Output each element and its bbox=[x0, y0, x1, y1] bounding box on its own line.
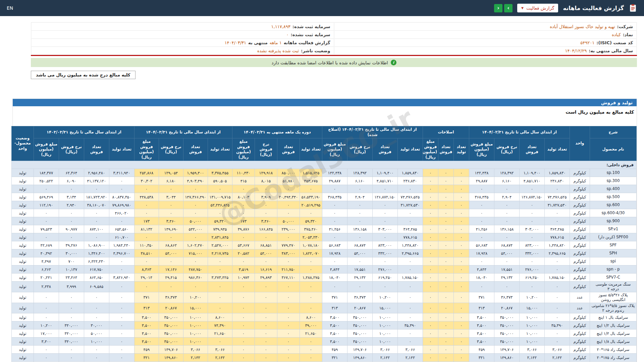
value-cell: ۰ bbox=[84, 346, 109, 354]
value-cell: ۱,۶۰۲,۴۷۰ bbox=[183, 241, 208, 249]
value-cell: ۰ bbox=[277, 185, 300, 193]
value-cell: ۳,۵۰۰ bbox=[469, 313, 494, 321]
value-cell: ۰ bbox=[232, 233, 255, 241]
value-cell: ۳,۴۶۰ bbox=[255, 217, 277, 225]
value-cell: ۰ bbox=[423, 225, 438, 233]
value-cell: ۰ bbox=[255, 329, 277, 338]
value-cell: ۲,۱۴۲ bbox=[397, 354, 423, 362]
value-cell: ۰ bbox=[453, 249, 469, 257]
value-cell: ۰ bbox=[255, 209, 277, 217]
value-cell: ۰ bbox=[453, 282, 469, 292]
sub-header: نرخ فروش (ریال) bbox=[255, 138, 277, 161]
value-cell: ۰ bbox=[438, 282, 453, 292]
value-cell: ۱,۵۱۵,۶۲۵ bbox=[300, 169, 322, 177]
sub-header: تعداد تولید bbox=[453, 138, 469, 161]
value-cell: ۰ bbox=[277, 313, 300, 321]
value-cell: ۰ bbox=[423, 209, 438, 217]
value-cell: ۰ bbox=[453, 274, 469, 282]
value-cell: ۰ bbox=[109, 354, 134, 362]
value-cell: ۰ bbox=[423, 217, 438, 225]
value-cell: ۰ bbox=[84, 292, 109, 303]
value-cell: ۱,۹۸۴,۲۴۰ bbox=[109, 241, 134, 249]
value-cell: ۳۰,۰۰۰ bbox=[59, 249, 84, 257]
value-cell: ۰ bbox=[372, 217, 397, 225]
value-cell: ۰ bbox=[109, 321, 134, 329]
value-cell: ۶,۱۶۰ bbox=[494, 177, 520, 185]
next-report-button[interactable]: › bbox=[504, 4, 513, 12]
issuer-status-field: وضعیت ناشر: ثبت شده پذیرفته نشده bbox=[31, 47, 334, 55]
product-row: sp.400کیلوگرم۰۰۰۰۰۰۰۰۰۰۰۰۰۰۰۰۰۰۰۰۰۰۰تولی… bbox=[11, 185, 636, 193]
value-cell: ۰ bbox=[372, 282, 397, 292]
value-cell: ۰ bbox=[84, 185, 109, 193]
status-cell: تولید bbox=[11, 303, 34, 313]
value-cell: ۰ bbox=[438, 209, 453, 217]
value-cell: ۰ bbox=[300, 185, 322, 193]
status-cell: تولید bbox=[11, 177, 34, 185]
value-cell: ۱۷,۵۵۱ bbox=[347, 265, 372, 274]
value-cell: ۷۰۰ bbox=[59, 257, 84, 265]
value-cell: ۱۲۸,۳۹۲ bbox=[494, 169, 520, 177]
value-cell: ۰ bbox=[277, 282, 300, 292]
value-cell: ۳,۵۰۰ bbox=[469, 338, 494, 346]
value-cell: ۰ bbox=[423, 346, 438, 354]
value-cell: ۰ bbox=[84, 354, 109, 362]
value-cell: ۱۷,۱۴۶ bbox=[159, 265, 183, 274]
value-cell: ۰ bbox=[397, 185, 423, 193]
value-cell: ۰ bbox=[423, 249, 438, 257]
value-cell: ۴۴۸,۵۳۸ bbox=[134, 193, 159, 201]
value-cell: ۳,۴۱۱,۹۴۰ bbox=[109, 169, 134, 177]
unit-cell: کیلوگرم bbox=[570, 185, 590, 193]
value-cell: ۰ bbox=[134, 282, 159, 292]
value-cell: ۰ bbox=[520, 217, 545, 225]
value-cell: ۱۱۰,۳۵۰ bbox=[134, 241, 159, 249]
value-cell: ۳۸,۵۱۰ bbox=[134, 249, 159, 257]
value-cell: ۰ bbox=[84, 313, 109, 321]
value-cell: ۰ bbox=[438, 303, 453, 313]
status-cell: تولید bbox=[11, 169, 34, 177]
value-cell: ۳,۳۷۵,۴۵۵ bbox=[208, 169, 232, 177]
value-cell: ۰ bbox=[277, 338, 300, 346]
value-cell: ۰ bbox=[545, 282, 570, 292]
value-cell: ۰ bbox=[453, 329, 469, 338]
amounts-note: کلیه مبالغ به میلیون ریال است bbox=[13, 106, 637, 126]
value-cell: ۰ bbox=[255, 185, 277, 193]
product-row: SPFکیلوگرم۱,۴۴۸,۸۲۰۸۲۳,۰۰۰۶۸,۸۷۴۵۶,۶۸۳۰۰… bbox=[11, 241, 636, 249]
value-cell: ۱۰,۰۰۰ bbox=[372, 338, 397, 346]
previous-report-button[interactable]: ‹ bbox=[494, 4, 502, 12]
value-cell: ۲,۱۴۲ bbox=[183, 354, 208, 362]
value-cell: ۲۱,۶۵۰ bbox=[300, 329, 322, 338]
sub-header: تعداد تولید bbox=[208, 138, 232, 161]
product-name-cell: سرامیک راد ۱۷۵*۲۰ bbox=[590, 354, 637, 362]
value-cell: ۷۷۸,۶۱۵ bbox=[545, 233, 570, 241]
value-cell: ۳۰,۳۰۲ bbox=[134, 177, 159, 185]
value-cell: ۳,۵۰۰ bbox=[322, 338, 347, 346]
report-type-dropdown[interactable]: گزارش فعالیت ▼ bbox=[517, 4, 558, 12]
value-cell: ۰ bbox=[159, 282, 183, 292]
value-cell: ۴۵۹ bbox=[322, 346, 347, 354]
value-cell: ۰ bbox=[300, 282, 322, 292]
value-cell: ۱۲۶,۸۷۲,۱۵۰ bbox=[372, 193, 397, 201]
product-name-cell: spn - p bbox=[590, 265, 637, 274]
language-toggle[interactable]: EN bbox=[7, 5, 13, 11]
value-cell: ۰ bbox=[322, 209, 347, 217]
info-row: سال مالی منتهی به: ۱۴۰۴/۱۲/۲۹ وضعیت ناشر… bbox=[31, 47, 637, 55]
value-cell: ۱۵,۰۰۰ bbox=[183, 303, 208, 313]
value-cell: ۳۸,۱۶۰,۰۷۰ bbox=[84, 201, 109, 209]
value-cell: ۰ bbox=[59, 217, 84, 225]
value-cell: ۸۱,۱۳۲ bbox=[134, 225, 159, 233]
amounts-box-wrap: کلیه مبالغ درج شده به میلیون ریال می باش… bbox=[31, 71, 637, 79]
value-cell: ۳,۱۳۴ bbox=[59, 193, 84, 201]
period-group-header: دوره یک ماهه منتهی به ۱۴۰۴/۰۳/۳۱ bbox=[232, 126, 322, 138]
report-period-value: ۱ ماهه bbox=[270, 40, 282, 45]
value-cell: ۰ bbox=[438, 338, 453, 346]
isic-field: کد صنعت (ISIC): ۵۴۹۲۰۱ bbox=[334, 39, 637, 47]
value-cell: ۳۵۳,۶۷۵ bbox=[300, 177, 322, 185]
value-cell: ۱۷,۵۵۱ bbox=[494, 265, 520, 274]
product-name-cell: spi bbox=[590, 257, 637, 265]
status-cell: تولید bbox=[11, 329, 34, 338]
sub-header: تعداد تولید bbox=[109, 138, 134, 161]
value-cell: ۲۰,۵۱۹,۲۹۵ bbox=[300, 201, 322, 209]
value-cell: ۰ bbox=[59, 346, 84, 354]
value-cell: ۰ bbox=[277, 292, 300, 303]
unit-cell: کیلوگرم bbox=[570, 201, 590, 209]
